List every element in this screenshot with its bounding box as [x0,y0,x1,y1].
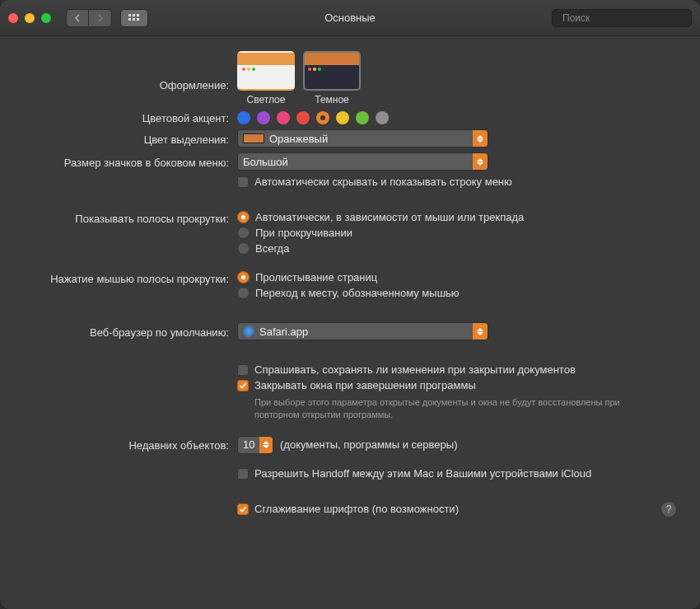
default-browser-label: Веб-браузер по умолчанию: [23,325,237,339]
accent-color-4[interactable] [316,111,329,124]
scrollbar-click-option-label-1: Переход к месту, обозначенному мышью [255,287,460,299]
appearance-caption-dark: Темное [303,94,361,105]
svg-rect-3 [128,18,131,21]
scrollbars-label: Показывать полосы прокрутки: [23,211,237,225]
close-window-button[interactable] [8,13,18,23]
scrollbars-option-0[interactable]: Автоматически, в зависимости от мыши или… [237,211,677,223]
chevron-up-down-icon [473,130,488,147]
bottom-row: Сглаживание шрифтов (по возможности) ? [23,485,677,518]
safari-icon [243,326,254,337]
accent-color-picker [237,111,677,124]
highlight-label: Цвет выделения: [23,132,237,146]
scrollbars-radiogroup: Автоматически, в зависимости от мыши или… [237,211,677,255]
menubar-autohide-checkbox[interactable]: Автоматически скрывать и показывать стро… [237,176,677,188]
scrollbars-option-2[interactable]: Всегда [237,242,677,255]
accent-color-7[interactable] [376,111,389,124]
minimize-window-button[interactable] [25,13,35,23]
accent-label: Цветовой акцент: [23,110,237,124]
sidebar-icon-size-label: Размер значков в боковом меню: [23,155,237,169]
scrollbar-click-option-label-0: Пролистывание страниц [255,271,377,283]
appearance-thumb-dark [303,51,361,91]
recent-items-suffix: (документы, программы и серверы) [280,438,457,451]
zoom-window-button[interactable] [41,13,51,23]
back-button[interactable] [66,9,89,27]
accent-color-3[interactable] [296,111,310,124]
chevron-right-icon [97,14,104,22]
sidebar-icon-size-popup[interactable]: Большой [237,152,488,171]
chevron-up-down-icon [259,437,273,453]
svg-point-6 [558,17,558,18]
preferences-window: Основные Оформление: Светлое [0,0,700,609]
default-browser-value: Safari.app [259,326,308,338]
accent-color-2[interactable] [277,111,290,124]
svg-rect-2 [137,14,139,16]
checkbox-checked-icon [237,504,249,515]
appearance-label: Оформление: [23,51,237,91]
close-windows-checkbox[interactable]: Закрывать окна при завершении программы [237,379,677,391]
svg-rect-0 [128,14,131,16]
radio-icon [237,271,250,283]
recent-items-label: Недавних объектов: [23,438,237,452]
search-field[interactable] [552,9,692,27]
menubar-autohide-label: Автоматически скрывать и показывать стро… [254,176,512,188]
svg-rect-5 [137,18,139,21]
scrollbar-click-option-0[interactable]: Пролистывание страниц [237,271,677,283]
scrollbar-click-option-1[interactable]: Переход к месту, обозначенному мышью [237,287,677,299]
radio-icon [237,227,250,239]
window-controls [8,13,51,23]
accent-color-6[interactable] [356,111,369,124]
accent-color-0[interactable] [237,111,250,124]
recent-items-value: 10 [243,438,254,451]
grid-icon [128,14,140,22]
scrollbars-option-label-0: Автоматически, в зависимости от мыши или… [255,211,524,223]
recent-items-popup[interactable]: 10 [237,436,273,454]
radio-icon [237,242,250,255]
handoff-label: Разрешить Handoff между этим Mac и Вашим… [254,467,591,480]
highlight-swatch [243,134,264,143]
appearance-option-light[interactable]: Светлое [237,51,295,105]
scrollbar-click-radiogroup: Пролистывание страницПереход к месту, об… [237,271,677,299]
show-all-button[interactable] [120,9,148,27]
ask-save-label: Спрашивать, сохранять ли изменения при з… [254,363,576,376]
accent-color-1[interactable] [257,111,270,124]
close-windows-hint: При выборе этого параметра открытые доку… [237,395,665,421]
appearance-caption-light: Светлое [237,94,295,105]
search-input[interactable] [562,12,686,24]
accent-color-5[interactable] [336,111,349,124]
scrollbars-option-label-2: Всегда [255,242,289,255]
ask-save-checkbox[interactable]: Спрашивать, сохранять ли изменения при з… [237,363,677,376]
radio-icon [237,211,250,223]
help-button[interactable]: ? [660,501,677,518]
highlight-value: Оранжевый [269,133,328,145]
preferences-content: Оформление: Светлое Темное [0,36,700,609]
appearance-thumb-light [237,51,295,91]
svg-rect-4 [133,18,135,21]
search-icon [558,13,558,23]
scrollbar-click-label: Нажатие мышью полосы прокрутки: [23,271,237,285]
checkbox-icon [237,176,249,188]
default-browser-popup[interactable]: Safari.app [237,322,488,340]
close-windows-label: Закрывать окна при завершении программы [254,379,476,391]
nav-back-forward [66,9,112,27]
forward-button[interactable] [89,9,112,27]
scrollbars-option-1[interactable]: При прокручивании [237,227,677,239]
chevron-up-down-icon [473,323,488,340]
font-smoothing-label: Сглаживание шрифтов (по возможности) [254,503,459,515]
chevron-up-down-icon [473,153,488,170]
chevron-left-icon [74,14,81,22]
checkbox-icon [237,468,249,480]
scrollbars-option-label-1: При прокручивании [255,227,352,239]
handoff-checkbox[interactable]: Разрешить Handoff между этим Mac и Вашим… [237,467,677,480]
highlight-color-popup[interactable]: Оранжевый [237,129,488,148]
checkbox-icon [237,364,249,376]
checkbox-checked-icon [237,380,249,391]
appearance-options: Светлое Темное [237,51,677,105]
appearance-option-dark[interactable]: Темное [303,51,361,105]
titlebar: Основные [0,0,700,36]
font-smoothing-checkbox[interactable]: Сглаживание шрифтов (по возможности) [237,503,459,515]
sidebar-icon-size-value: Большой [243,156,288,168]
svg-rect-1 [133,14,135,16]
radio-icon [237,287,250,299]
